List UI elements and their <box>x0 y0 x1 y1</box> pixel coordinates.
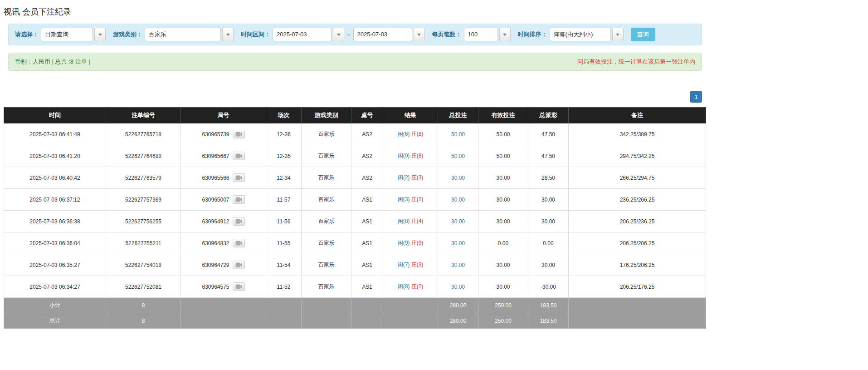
bet-record-row: 2025-07-03 06:36:38522627756255630964912… <box>4 211 706 232</box>
time-sort-dropdown-button[interactable] <box>612 28 624 41</box>
round-id: 630965566 <box>202 175 229 181</box>
result-player: 闲(9) <box>398 240 410 246</box>
total-bet-link[interactable]: 30.00 <box>451 262 465 268</box>
round-id: 630964912 <box>202 218 229 225</box>
cell-time: 2025-07-03 06:37:12 <box>4 189 106 211</box>
cell-round: 630964729 <box>181 254 266 276</box>
cell-table: AS1 <box>351 276 383 298</box>
cell-total-bet: 50.00 <box>438 123 478 145</box>
subtotal-payout: 183.50 <box>528 298 569 313</box>
cell-result: 闲(8) 庄(4) <box>383 211 438 232</box>
date-to-dropdown-button[interactable] <box>414 28 425 41</box>
empty-cell <box>266 298 302 313</box>
cell-bet-id: 522627756255 <box>106 211 181 232</box>
time-sort-label: 时间排序： <box>518 30 547 39</box>
total-bet-link[interactable]: 50.00 <box>451 153 465 159</box>
round-id: 630964575 <box>202 284 229 290</box>
cell-time: 2025-07-03 06:41:20 <box>4 145 106 167</box>
cell-bet-id: 522627755211 <box>106 232 181 254</box>
cell-valid-bet: 30.00 <box>478 167 528 189</box>
time-range-label: 时间区间： <box>241 30 270 39</box>
cell-remark: 206.25/206.25 <box>569 232 706 254</box>
cell-remark: 266.25/294.75 <box>569 167 706 189</box>
game-type-label: 游戏类别： <box>113 30 142 39</box>
cell-round: 630964912 <box>181 211 266 232</box>
table-header-row: 时间 注单编号 局号 场次 游戏类别 桌号 结果 总投注 有效投注 总派彩 备注 <box>4 108 706 123</box>
view-video-button[interactable] <box>233 173 245 182</box>
cell-valid-bet: 50.00 <box>478 123 528 145</box>
summary-note: 同局有效投注，统一计算在该局第一张注单内 <box>577 58 695 66</box>
empty-cell <box>302 313 351 329</box>
view-video-button[interactable] <box>233 152 245 160</box>
round-id: 630964832 <box>202 240 229 247</box>
total-bet-link[interactable]: 50.00 <box>451 131 465 138</box>
cell-result: 闲(9) 庄(9) <box>383 232 438 254</box>
view-video-button[interactable] <box>233 282 245 291</box>
total-bet-link[interactable]: 30.00 <box>451 240 465 247</box>
view-video-button[interactable] <box>233 261 245 269</box>
total-total-bet: 280.00 <box>438 313 478 329</box>
query-type-dropdown-button[interactable] <box>94 28 106 41</box>
total-bet-link[interactable]: 30.00 <box>451 218 465 225</box>
cell-valid-bet: 0.00 <box>478 232 528 254</box>
empty-cell <box>569 313 706 329</box>
round-id: 630965739 <box>202 131 229 138</box>
result-player: 闲(7) <box>398 261 410 268</box>
bet-record-row: 2025-07-03 06:34:27522627752081630964575… <box>4 276 706 298</box>
result-banker: 庄(9) <box>411 240 424 246</box>
cell-table: AS2 <box>351 145 383 167</box>
empty-cell <box>569 298 706 313</box>
cell-result: 闲(7) 庄(3) <box>383 254 438 276</box>
view-video-button[interactable] <box>233 217 245 226</box>
per-page-select[interactable]: 100 <box>464 28 498 41</box>
video-icon <box>235 175 242 180</box>
date-to-input[interactable]: 2025-07-03 <box>353 28 412 41</box>
pagination: 1 <box>4 91 702 103</box>
result-banker: 庄(3) <box>411 174 424 181</box>
date-from-input[interactable]: 2025-07-03 <box>273 28 332 41</box>
cell-total-bet: 30.00 <box>438 276 478 298</box>
total-bet-link[interactable]: 30.00 <box>451 197 465 203</box>
result-player: 闲(3) <box>398 196 410 202</box>
cell-game: 百家乐 <box>302 167 351 189</box>
search-button[interactable]: 查询 <box>631 28 655 41</box>
cell-bet-id: 522627754018 <box>106 254 181 276</box>
cell-time: 2025-07-03 06:35:27 <box>4 254 106 276</box>
range-separator: ~ <box>347 31 351 38</box>
cell-total-bet: 30.00 <box>438 167 478 189</box>
per-page-dropdown-button[interactable] <box>499 28 511 41</box>
total-bet-link[interactable]: 30.00 <box>451 175 465 181</box>
cell-payout: 28.50 <box>528 167 569 189</box>
cell-valid-bet: 30.00 <box>478 254 528 276</box>
per-page-label: 每页笔数： <box>432 30 462 39</box>
cell-bet-id: 522627757369 <box>106 189 181 211</box>
chevron-down-icon <box>226 34 230 36</box>
total-bet-link[interactable]: 30.00 <box>451 284 465 290</box>
game-type-dropdown-button[interactable] <box>222 28 234 41</box>
subtotal-total-bet: 280.00 <box>438 298 478 313</box>
cell-payout: 30.00 <box>528 189 569 211</box>
cell-session: 11-56 <box>266 211 302 232</box>
view-video-button[interactable] <box>233 195 245 204</box>
time-sort-select[interactable]: 降冪(由大到小) <box>550 28 611 41</box>
cell-valid-bet: 50.00 <box>478 145 528 167</box>
game-type-select[interactable]: 百家乐 <box>145 28 221 41</box>
view-video-button[interactable] <box>233 130 245 138</box>
chevron-down-icon <box>98 34 102 36</box>
view-video-button[interactable] <box>233 239 245 247</box>
cell-remark: 236.25/266.25 <box>569 189 706 211</box>
page-title: 视讯 会员下注纪录 <box>4 6 702 17</box>
cell-round: 630965566 <box>181 167 266 189</box>
query-type-select[interactable]: 日期查询 <box>41 28 93 41</box>
cell-bet-id: 522627752081 <box>106 276 181 298</box>
cell-time: 2025-07-03 06:36:38 <box>4 211 106 232</box>
cell-game: 百家乐 <box>302 276 351 298</box>
cell-payout: -30.00 <box>528 276 569 298</box>
cell-payout: 47.50 <box>528 123 569 145</box>
subtotal-label: 小计 <box>4 298 106 313</box>
date-from-dropdown-button[interactable] <box>333 28 344 41</box>
round-id: 630965007 <box>202 197 229 203</box>
col-time: 时间 <box>4 108 106 123</box>
cell-round: 630965007 <box>181 189 266 211</box>
page-button-1[interactable]: 1 <box>690 91 702 103</box>
